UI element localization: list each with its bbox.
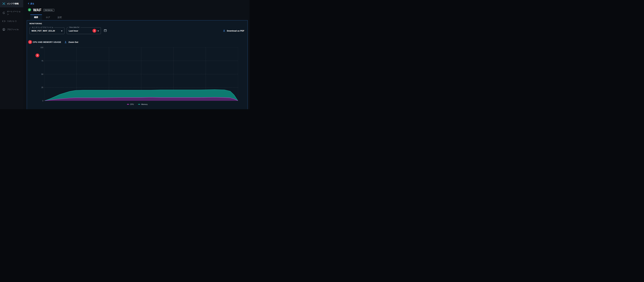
tab-overview[interactable]: 概要	[30, 14, 42, 20]
calendar-button[interactable]	[104, 29, 107, 33]
chevron-down-icon	[61, 29, 62, 32]
monitoring-profile-label: モニタリングプロファイル	[31, 26, 54, 29]
chart-section-header: 2 CPU AND MEMORY USAGE Zoom Out	[30, 40, 245, 44]
chart-legend: CPU Memory	[30, 103, 245, 105]
page-title: WAF	[33, 8, 42, 12]
sidebar-item-repository[interactable]: リポジトリ	[0, 18, 23, 25]
sidebar-item-label: プロファイル	[7, 28, 19, 31]
title-row: WAF PHYSICAL	[28, 8, 250, 12]
sidebar-item-profile[interactable]: プロファイル	[0, 26, 23, 33]
infrastructure-icon	[2, 2, 6, 5]
profile-icon	[2, 28, 6, 31]
tab-settings[interactable]: 設定	[54, 14, 66, 20]
chart-plot-area[interactable]	[44, 48, 238, 101]
main-content: 戻る WAF PHYSICAL 概要 ログ 設定 MONITORING モニタリ…	[23, 0, 250, 109]
download-icon	[223, 29, 226, 32]
legend-item-cpu[interactable]: CPU	[127, 103, 134, 105]
download-pdf-label: Download as PDF	[227, 30, 244, 32]
tab-bar: 概要 ログ 設定	[30, 14, 250, 20]
view-data-for-value: Last hour	[69, 30, 78, 32]
back-link[interactable]: 戻る	[28, 2, 34, 5]
sidebar-item-automation[interactable]: オートメーション	[0, 9, 23, 16]
download-pdf-button[interactable]: Download as PDF	[223, 29, 244, 32]
chart-y-axis: 0255075100	[39, 48, 44, 101]
annotation-badge-1: 1	[92, 29, 96, 33]
y-axis-tick: 25	[42, 86, 43, 88]
sidebar: インフラ情報 オートメーション リポジトリ	[0, 0, 23, 109]
cpu-memory-chart: 3 0255075100	[39, 48, 238, 101]
download-chart-button[interactable]	[64, 41, 67, 43]
cpu-legend-marker	[127, 104, 129, 104]
sidebar-item-label: インフラ情報	[7, 2, 18, 5]
physical-badge: PHYSICAL	[44, 9, 54, 12]
status-check-icon	[28, 8, 31, 12]
y-axis-tick: 50	[42, 73, 43, 75]
y-axis-tick: 100	[40, 46, 43, 48]
memory-legend-marker	[138, 104, 140, 104]
view-data-for-select[interactable]: View data for: Last hour 1	[67, 28, 101, 34]
monitoring-section-title: MONITORING	[30, 22, 245, 24]
y-axis-tick: 0	[42, 100, 43, 102]
controls-row: モニタリングプロファイル MON_FGT_WAF_ECL20 View data…	[30, 28, 245, 34]
sidebar-item-label: オートメーション	[7, 10, 21, 16]
app-window: インフラ情報 オートメーション リポジトリ	[0, 0, 250, 109]
sidebar-item-label: リポジトリ	[7, 20, 17, 22]
y-axis-tick: 75	[42, 60, 43, 62]
calendar-icon	[104, 29, 107, 33]
chart-title: CPU AND MEMORY USAGE	[33, 41, 61, 43]
chevron-down-icon	[98, 29, 99, 32]
monitoring-panel: MONITORING モニタリングプロファイル MON_FGT_WAF_ECL2…	[27, 20, 248, 109]
legend-item-memory[interactable]: Memory	[138, 103, 148, 105]
annotation-badge-3: 3	[36, 54, 39, 57]
memory-legend-label: Memory	[141, 103, 148, 105]
monitoring-profile-select[interactable]: モニタリングプロファイル MON_FGT_WAF_ECL20	[30, 28, 64, 34]
zoom-out-button[interactable]: Zoom Out	[68, 41, 78, 43]
sidebar-item-infrastructure[interactable]: インフラ情報	[0, 0, 23, 7]
automation-icon	[2, 11, 6, 14]
tab-logs[interactable]: ログ	[42, 14, 54, 20]
cpu-legend-label: CPU	[130, 103, 134, 105]
back-label: 戻る	[30, 2, 34, 5]
view-data-for-label: View data for:	[68, 26, 80, 28]
repository-icon	[2, 20, 6, 23]
monitoring-profile-value: MON_FGT_WAF_ECL20	[32, 30, 55, 32]
annotation-badge-2: 2	[28, 40, 32, 44]
back-chevron-icon	[28, 2, 29, 5]
